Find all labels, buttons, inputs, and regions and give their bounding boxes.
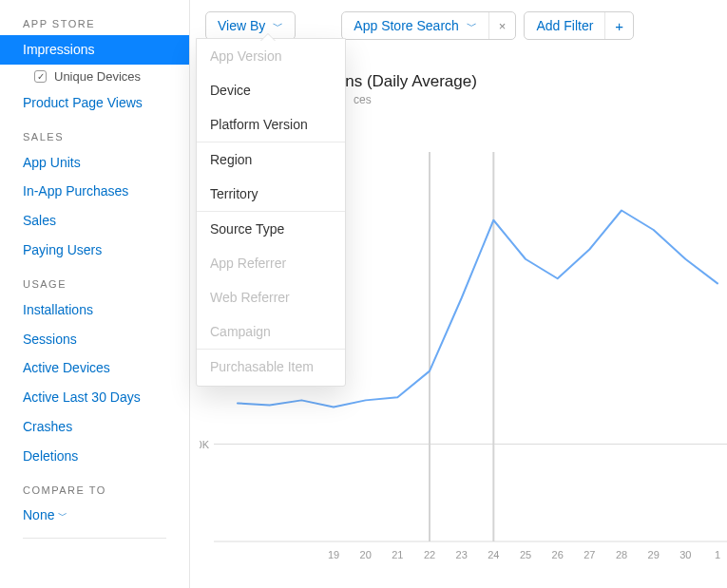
y-tick-label: 10K xyxy=(200,439,210,450)
x-tick-label: 22 xyxy=(424,549,435,560)
x-tick-label: 27 xyxy=(584,549,595,560)
nav-sales[interactable]: Sales xyxy=(0,206,189,236)
dd-web-referrer: Web Referrer xyxy=(197,280,345,314)
nav-active-devices[interactable]: Active Devices xyxy=(0,353,189,383)
chevron-down-icon: ﹀ xyxy=(467,19,477,33)
dd-region[interactable]: Region xyxy=(197,142,345,177)
dd-app-referrer: App Referrer xyxy=(197,246,345,280)
filter-group: App Store Search ﹀ × Add Filter + xyxy=(341,11,634,40)
remove-filter-button[interactable]: × xyxy=(488,12,516,39)
x-tick-label: 26 xyxy=(552,549,564,560)
sub-unique-devices-label: Unique Devices xyxy=(54,69,141,84)
nav-crashes[interactable]: Crashes xyxy=(0,412,189,442)
section-header-compare: COMPARE TO xyxy=(0,471,189,502)
view-by-button[interactable]: View By ﹀ xyxy=(205,11,296,40)
nav-in-app-purchases[interactable]: In-App Purchases xyxy=(0,177,189,206)
x-tick-label: 24 xyxy=(488,549,499,560)
add-filter-label: Add Filter xyxy=(536,18,593,33)
x-tick-label: 28 xyxy=(616,549,627,560)
x-tick-label: 29 xyxy=(648,549,660,560)
section-header-usage: USAGE xyxy=(0,265,189,295)
dd-purchasable-item: Purchasable Item xyxy=(197,350,345,384)
x-tick-label: 19 xyxy=(328,549,339,560)
x-tick-label: 23 xyxy=(456,549,468,560)
chevron-down-icon: ﹀ xyxy=(273,19,283,33)
nav-paying-users[interactable]: Paying Users xyxy=(0,236,189,265)
nav-deletions[interactable]: Deletions xyxy=(0,442,189,471)
x-tick-label: 30 xyxy=(679,549,691,560)
filter-app-store-search[interactable]: App Store Search ﹀ × xyxy=(341,11,516,40)
sub-unique-devices[interactable]: ✓ Unique Devices xyxy=(0,65,189,88)
x-tick-label: 21 xyxy=(392,549,403,560)
add-filter-button[interactable]: Add Filter + xyxy=(524,11,634,40)
x-tick-label: 25 xyxy=(520,549,531,560)
dropdown-caret xyxy=(260,34,276,42)
dd-device[interactable]: Device xyxy=(197,73,345,107)
dd-campaign: Campaign xyxy=(197,314,345,349)
nav-product-page-views[interactable]: Product Page Views xyxy=(0,88,189,118)
filter-label: App Store Search xyxy=(354,18,459,33)
sidebar: APP STORE Impressions ✓ Unique Devices P… xyxy=(0,0,190,588)
dd-source-type[interactable]: Source Type xyxy=(197,212,345,246)
view-by-dropdown: App Version Device Platform Version Regi… xyxy=(196,38,346,387)
plus-icon[interactable]: + xyxy=(604,12,633,39)
divider xyxy=(23,538,166,539)
nav-active-last-30[interactable]: Active Last 30 Days xyxy=(0,383,189,412)
dd-app-version: App Version xyxy=(197,39,345,73)
dd-platform-version[interactable]: Platform Version xyxy=(197,107,345,142)
chevron-down-icon: ﹀ xyxy=(58,509,67,522)
view-by-label: View By xyxy=(218,18,265,33)
x-tick-label: 20 xyxy=(360,549,372,560)
section-header-app-store: APP STORE xyxy=(0,5,189,35)
dd-territory[interactable]: Territory xyxy=(197,177,345,211)
x-tick-label: 1 xyxy=(715,549,720,560)
compare-to-label: None xyxy=(23,507,54,522)
nav-sessions[interactable]: Sessions xyxy=(0,325,189,354)
section-header-sales: SALES xyxy=(0,118,189,148)
nav-impressions[interactable]: Impressions xyxy=(0,35,189,65)
checkbox-unique-devices[interactable]: ✓ xyxy=(34,70,47,83)
compare-to-select[interactable]: None ﹀ xyxy=(0,502,189,528)
nav-app-units[interactable]: App Units xyxy=(0,148,189,178)
nav-installations[interactable]: Installations xyxy=(0,295,189,325)
